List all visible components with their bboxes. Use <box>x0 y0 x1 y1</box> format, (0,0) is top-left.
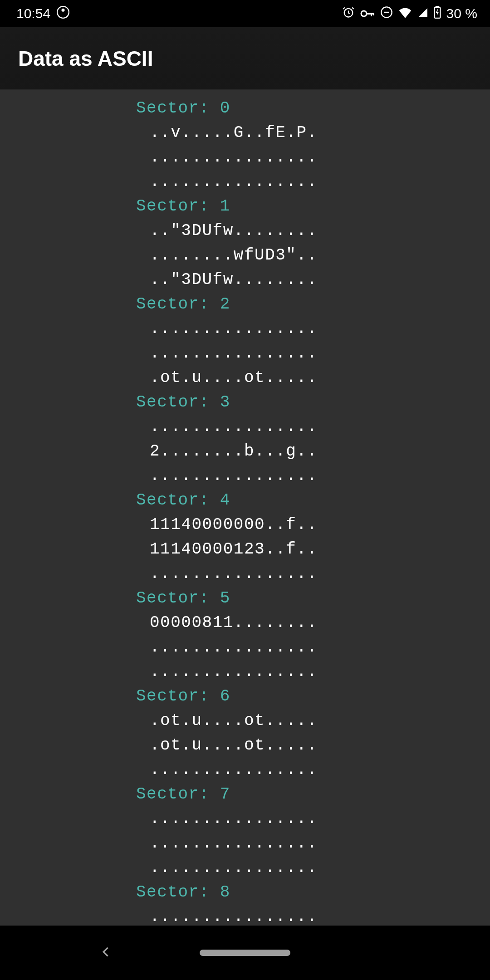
sector-data-line: ........wfUD3".. <box>0 243 490 268</box>
svg-point-3 <box>361 11 367 16</box>
sector-header: Sector: 6 <box>0 684 490 709</box>
sector-header: Sector: 2 <box>0 292 490 317</box>
sector-data-line: ................ <box>0 660 490 684</box>
sector-data-line: ................ <box>0 758 490 782</box>
svg-rect-5 <box>371 13 372 16</box>
sector-header: Sector: 8 <box>0 880 490 905</box>
status-time: 10:54 <box>16 6 50 21</box>
sector-data-line: 11140000123..f.. <box>0 537 490 562</box>
page-title: Data as ASCII <box>18 46 153 71</box>
sector-data-line: .ot.u....ot..... <box>0 366 490 390</box>
sector-header: Sector: 3 <box>0 390 490 415</box>
status-left: 10:54 <box>16 6 69 22</box>
do-not-disturb-icon <box>380 6 393 22</box>
system-navbar <box>0 926 490 980</box>
battery-percent: 30 % <box>446 6 477 21</box>
vpn-key-icon <box>360 6 375 21</box>
svg-point-1 <box>62 8 65 11</box>
sector-data-line: ................ <box>0 415 490 439</box>
sector-data-line: .ot.u....ot..... <box>0 733 490 758</box>
sector-data-line: .ot.u....ot..... <box>0 709 490 733</box>
sector-data-line: ................ <box>0 145 490 170</box>
cell-signal-icon <box>417 6 428 21</box>
sector-data-line: ................ <box>0 464 490 488</box>
sector-data-line: 00000811........ <box>0 611 490 635</box>
svg-rect-10 <box>436 6 438 7</box>
sector-data-line: ................ <box>0 341 490 366</box>
status-bar: 10:54 30 % <box>0 0 490 27</box>
sector-header: Sector: 7 <box>0 782 490 807</box>
sector-data-line: ................ <box>0 317 490 341</box>
wifi-icon <box>398 6 412 21</box>
sector-data-line: ................ <box>0 856 490 880</box>
svg-rect-4 <box>366 13 373 15</box>
sector-data-line: ................ <box>0 562 490 586</box>
sector-data-line: .."3DUfw........ <box>0 219 490 243</box>
alarm-icon <box>342 6 355 22</box>
sector-data-line: .."3DUfw........ <box>0 268 490 292</box>
home-gesture-pill[interactable] <box>200 950 290 956</box>
sector-header: Sector: 0 <box>0 96 490 121</box>
app-bar: Data as ASCII <box>0 27 490 90</box>
svg-point-0 <box>57 6 69 18</box>
sector-data-line: 11140000000..f.. <box>0 513 490 537</box>
sector-data-line: 2........b...g.. <box>0 439 490 464</box>
sector-data-line: ..v.....G..fE.P. <box>0 121 490 145</box>
sector-data-line: ................ <box>0 635 490 660</box>
sector-data-line: ................ <box>0 170 490 194</box>
sector-header: Sector: 1 <box>0 194 490 219</box>
content-area[interactable]: Sector: 0..v.....G..fE.P................… <box>0 90 490 926</box>
sector-header: Sector: 5 <box>0 586 490 611</box>
sector-data-line: ................ <box>0 831 490 856</box>
svg-rect-6 <box>373 13 374 15</box>
sector-header: Sector: 4 <box>0 488 490 513</box>
status-right: 30 % <box>342 6 477 22</box>
sector-data-line: ................ <box>0 807 490 831</box>
back-button[interactable] <box>100 946 113 960</box>
sector-data-line: ................ <box>0 905 490 926</box>
battery-icon <box>434 6 441 22</box>
app-indicator-icon <box>57 6 69 22</box>
